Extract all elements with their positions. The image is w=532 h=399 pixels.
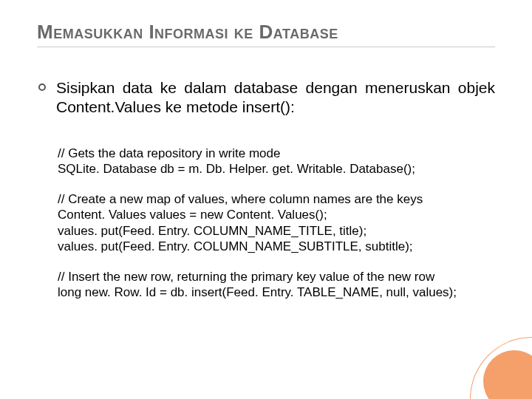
code-paragraph: // Create a new map of values, where col… [58,191,495,254]
code-line: Content. Values values = new Content. Va… [58,207,495,222]
code-paragraph: // Insert the new row, returning the pri… [58,269,495,301]
code-line: // Gets the data repository in write mod… [58,146,495,161]
slide: Memasukkan Informasi ke Database Sisipka… [0,0,532,399]
code-block: // Gets the data repository in write mod… [37,146,495,301]
bullet-item: Sisipkan data ke dalam database dengan m… [37,78,495,117]
code-line: values. put(Feed. Entry. COLUMN_NAME_TIT… [58,223,495,239]
corner-decoration [470,337,532,399]
code-paragraph: // Gets the data repository in write mod… [58,146,495,177]
slide-title: Memasukkan Informasi ke Database [37,21,495,47]
code-line: // Create a new map of values, where col… [58,191,495,207]
bullet-text: Sisipkan data ke dalam database dengan m… [56,78,495,117]
corner-circle [483,350,532,399]
code-line: SQLite. Database db = m. Db. Helper. get… [58,161,495,177]
code-line: // Insert the new row, returning the pri… [58,269,495,284]
code-line: values. put(Feed. Entry. COLUMN_NAME_SUB… [58,239,495,254]
code-line: long new. Row. Id = db. insert(Feed. Ent… [58,284,495,300]
bullet-icon [38,83,46,91]
